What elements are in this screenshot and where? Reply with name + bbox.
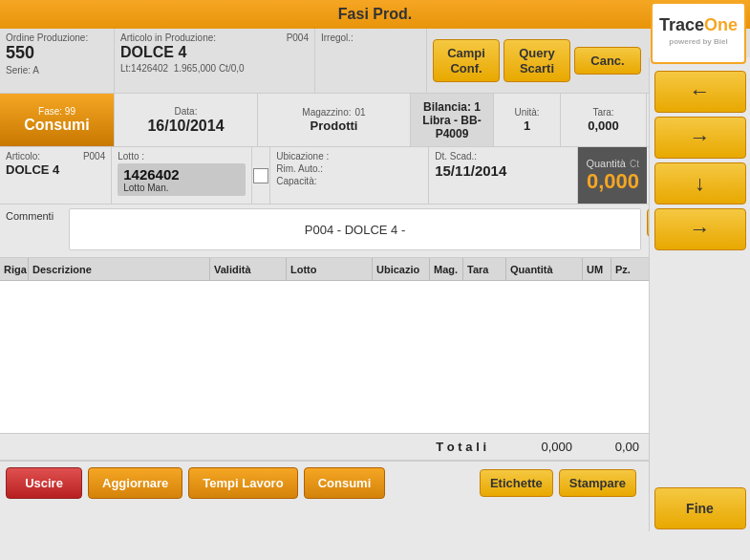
totali-val1: 0,000	[505, 440, 582, 454]
consumi-button[interactable]: Consumi	[304, 467, 386, 499]
th-quantita: Quantità	[506, 258, 583, 280]
ordine-value: 550	[6, 43, 108, 63]
qty-cell: Quantità Ct 0,000	[578, 147, 647, 204]
magazzino-cell: Magazzino: 01 Prodotti	[258, 94, 411, 146]
fase-cell: Fase: 99 Consumi	[0, 94, 115, 146]
lotto-sub: Lotto Man.	[123, 183, 239, 193]
qty-label: Quantità	[586, 158, 626, 169]
data-value: 16/10/2014	[147, 118, 224, 135]
row-fase-data: Fase: 99 Consumi Data: 16/10/2014 Magazz…	[0, 94, 750, 147]
bilancia-label: Bilancia: 1	[415, 100, 489, 114]
dtscad-value: 15/11/2014	[435, 162, 571, 179]
ubic-label: Ubicazione :	[276, 151, 422, 162]
canc-button[interactable]: Canc.	[574, 47, 641, 75]
mag-name: Prodotti	[311, 118, 358, 133]
comment-row: Commenti P004 - DOLCE 4 - Inizio	[0, 205, 750, 258]
th-tara: Tara	[463, 258, 506, 280]
art-detail-cell: Articolo: P004 DOLCE 4	[0, 147, 112, 204]
tempi-lavoro-button[interactable]: Tempi Lavoro	[188, 467, 297, 499]
logo: TraceOne powered by Biel	[651, 2, 746, 64]
query-scarti-button[interactable]: Query Scarti	[504, 39, 570, 82]
lotto-label: Lotto :	[118, 151, 245, 162]
fine-button[interactable]: Fine	[654, 487, 746, 529]
row-articolo-lotto: Articolo: P004 DOLCE 4 Lotto : 1426402 L…	[0, 147, 750, 205]
side-btn-left[interactable]: ←	[654, 71, 746, 113]
comment-box[interactable]: P004 - DOLCE 4 -	[69, 208, 641, 250]
side-btn-right1[interactable]: →	[654, 117, 746, 159]
unita-label: Unità:	[514, 107, 539, 118]
logo-trace: Trace	[659, 15, 704, 34]
tara-cell: Tara: 0,000	[561, 94, 647, 146]
comment-value: P004 - DOLCE 4 -	[305, 223, 406, 237]
side-button-panel: ← → ↓ → Fine	[649, 57, 750, 531]
articolo-code: P004	[287, 32, 309, 43]
th-riga: Riga	[0, 258, 29, 280]
table-header: Riga Descrizione Validità Lotto Ubicazio…	[0, 258, 750, 281]
mag-code: 01	[355, 107, 366, 118]
lotto-value: 1426402	[123, 166, 239, 183]
bilancia-cell: Bilancia: 1 Libra - BB-P4009	[411, 94, 494, 146]
irregol-cell: Irregol.:	[315, 29, 427, 93]
totali-val2: 0,00	[582, 440, 639, 454]
art-detail-name: DOLCE 4	[6, 162, 105, 177]
bottom-bar: Uscire Aggiornare Tempi Lavoro Consumi E…	[0, 461, 750, 505]
articolo-label: Articolo in Produzione:	[120, 32, 216, 43]
th-mag: Mag.	[430, 258, 463, 280]
tara-value: 0,000	[588, 118, 619, 133]
lotto-inner: 1426402 Lotto Man.	[118, 163, 245, 196]
ct-label: Ct	[630, 159, 639, 169]
logo-one: One	[704, 15, 738, 34]
unita-value: 1	[524, 118, 530, 133]
etichette-button[interactable]: Etichette	[480, 469, 553, 497]
th-lotto: Lotto	[287, 258, 373, 280]
aggiornare-button[interactable]: Aggiornare	[88, 467, 182, 499]
qty-value: 0,000	[587, 169, 639, 194]
dtscad-label: Dt. Scad.:	[435, 151, 571, 162]
bilancia-name: Libra - BB-P4009	[415, 114, 489, 140]
campi-conf-button[interactable]: Campi Conf.	[433, 39, 500, 82]
ordine-label: Ordine Produzione:	[6, 32, 108, 43]
data-label: Data:	[175, 106, 198, 117]
table-body	[0, 281, 750, 434]
ubic-cap: Capacità:	[276, 176, 422, 186]
th-validita: Validità	[210, 258, 287, 280]
side-btn-down[interactable]: ↓	[654, 162, 746, 205]
lotto-checkbox[interactable]	[253, 168, 268, 183]
mag-label: Magazzino:	[302, 107, 351, 118]
irregol-label: Irregol.:	[321, 32, 420, 43]
totali-label: T o t a l i	[6, 440, 505, 454]
logo-sub: powered by Biel	[659, 33, 738, 51]
row-ordine-articolo: Ordine Produzione: 550 Serie: A Articolo…	[0, 29, 750, 94]
lotto-cell: Lotto : 1426402 Lotto Man.	[112, 147, 251, 204]
ordine-cell: Ordine Produzione: 550 Serie: A	[0, 29, 115, 93]
articolo-name: DOLCE 4	[120, 44, 309, 61]
serie-label: Serie: A	[6, 65, 108, 75]
th-descrizione: Descrizione	[29, 258, 210, 280]
articolo-cell: Articolo in Produzione: P004 DOLCE 4 Lt:…	[115, 29, 315, 93]
fase-name: Consumi	[24, 117, 89, 134]
th-um: UM	[583, 258, 611, 280]
stampare-button[interactable]: Stampare	[559, 469, 636, 497]
art-detail-code: P004	[83, 151, 105, 162]
comment-label: Commenti	[6, 208, 63, 222]
th-ubicazione: Ubicazio	[373, 258, 430, 280]
dtscad-cell: Dt. Scad.: 15/11/2014	[429, 147, 578, 204]
top-button-group: Campi Conf. Query Scarti Canc.	[427, 29, 647, 93]
unita-cell: Unità: 1	[494, 94, 561, 146]
side-btn-right2[interactable]: →	[654, 208, 746, 250]
art-detail-label: Articolo:	[6, 151, 40, 162]
uscire-button[interactable]: Uscire	[6, 467, 82, 499]
totali-row: T o t a l i 0,000 0,00	[0, 434, 750, 461]
fase-label: Fase: 99	[38, 106, 75, 117]
data-cell: Data: 16/10/2014	[115, 94, 258, 146]
ubicazione-cell: Ubicazione : Rim. Auto.: Capacità:	[270, 147, 429, 204]
page-title: Fasi Prod.	[338, 6, 412, 22]
articolo-lt: Lt:1426402 1.965,000 Ct/0,0	[120, 63, 309, 74]
ubic-rim: Rim. Auto.:	[276, 163, 422, 174]
tara-label: Tara:	[592, 107, 613, 118]
